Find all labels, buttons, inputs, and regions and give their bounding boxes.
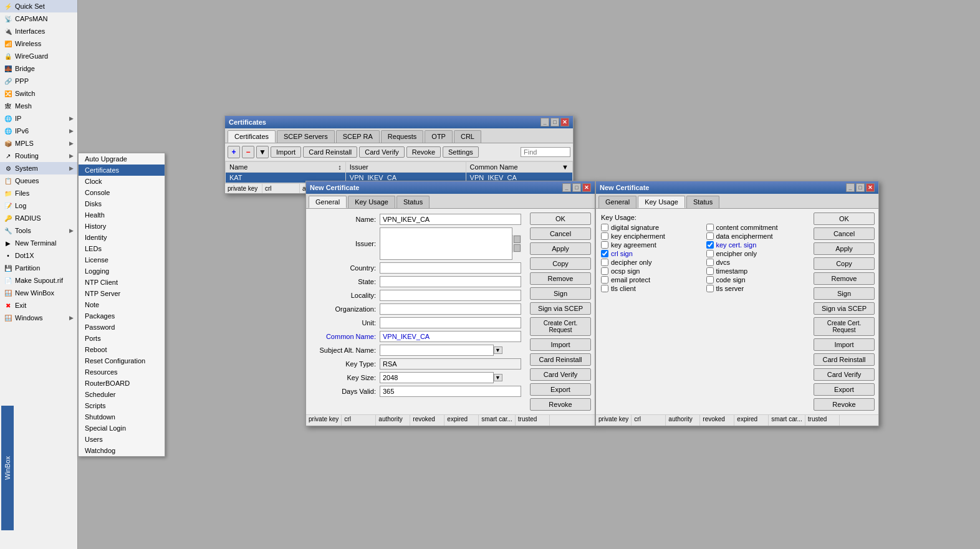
sidebar-item-ip[interactable]: 🌐 IP ▶ [0,112,77,125]
submenu-clock[interactable]: Clock [79,176,165,187]
submenu-disks[interactable]: Disks [79,198,165,209]
settings-button[interactable]: Settings [443,146,479,158]
submenu-special-login[interactable]: Special Login [79,422,165,434]
submenu-users[interactable]: Users [79,434,165,445]
nc2-card-verify-button[interactable]: Card Verify [814,368,875,381]
nc2-close[interactable]: ✕ [866,183,875,192]
tab-scep-servers[interactable]: SCEP Servers [277,130,335,143]
sidebar-item-wireless[interactable]: 📶 Wireless [0,37,77,50]
sidebar-item-switch[interactable]: 🔀 Switch [0,87,77,100]
nc1-create-cert-button[interactable]: Create Cert. Request [530,317,591,336]
sidebar-item-queues[interactable]: 📋 Queues [0,174,77,187]
col-name[interactable]: Name ↕ [226,162,346,173]
sidebar-item-ipv6[interactable]: 🌐 IPv6 ▶ [0,125,77,137]
subject-alt-dropdown[interactable]: ▼ [494,346,502,354]
sidebar-item-capsman[interactable]: 📡 CAPsMAN [0,12,77,25]
submenu-logging[interactable]: Logging [79,265,165,277]
nc1-sign-button[interactable]: Sign [530,287,591,300]
sidebar-item-exit[interactable]: ✖ Exit [0,299,77,312]
submenu-password[interactable]: Password [79,322,165,333]
new-cert-1-titlebar[interactable]: New Certificate _ □ ✕ [306,181,595,194]
nc2-cancel-button[interactable]: Cancel [814,227,875,240]
nc2-apply-button[interactable]: Apply [814,242,875,255]
nc1-card-verify-button[interactable]: Card Verify [530,368,591,381]
sidebar-item-new-terminal[interactable]: ▶ New Terminal [0,237,77,249]
cb-tls-client[interactable] [601,285,608,292]
submenu-history[interactable]: History [79,221,165,232]
import-button[interactable]: Import [271,146,301,158]
nc1-cancel-button[interactable]: Cancel [530,227,591,240]
sidebar-item-tools[interactable]: 🔧 Tools ▶ [0,224,77,237]
input-country[interactable] [380,262,521,274]
maximize-button[interactable]: □ [550,118,559,127]
sidebar-item-routing[interactable]: ↗ Routing ▶ [0,150,77,162]
cb-encipher-only[interactable] [706,250,714,257]
sidebar-item-quickset[interactable]: ⚡ Quick Set [0,0,77,12]
sidebar-item-make-supout[interactable]: 📄 Make Supout.rif [0,274,77,287]
tab-certificates[interactable]: Certificates [228,130,276,143]
new-cert-2-titlebar[interactable]: New Certificate _ □ ✕ [596,181,878,194]
cb-code-sign[interactable] [706,276,714,284]
nc2-tab-general[interactable]: General [598,196,637,208]
tab-otp[interactable]: OTP [425,130,453,143]
submenu-resources[interactable]: Resources [79,366,165,378]
submenu-leds[interactable]: LEDs [79,243,165,254]
nc1-card-reinstall-button[interactable]: Card Reinstall [530,353,591,366]
find-input[interactable] [521,147,570,157]
input-organization[interactable] [380,303,521,315]
cb-crl-sign[interactable] [601,250,608,257]
nc1-copy-button[interactable]: Copy [530,257,591,270]
sidebar-item-bridge[interactable]: 🌉 Bridge [0,62,77,75]
input-unit[interactable] [380,317,521,328]
submenu-ntp-server[interactable]: NTP Server [79,288,165,299]
card-verify-button[interactable]: Card Verify [359,146,404,158]
sidebar-item-mpls[interactable]: 📦 MPLS ▶ [0,137,77,150]
nc2-sign-button[interactable]: Sign [814,287,875,300]
certificates-titlebar[interactable]: Certificates _ □ ✕ [225,116,573,128]
card-reinstall-button[interactable]: Card Reinstall [303,146,357,158]
input-state[interactable] [380,276,521,287]
sidebar-item-radius[interactable]: 🔑 RADIUS [0,212,77,224]
submenu-note[interactable]: Note [79,299,165,310]
sidebar-item-dot1x[interactable]: • Dot1X [0,249,77,262]
cb-content-commitment[interactable] [706,224,714,231]
tab-scep-ra[interactable]: SCEP RA [336,130,380,143]
cb-decipher-only[interactable] [601,259,608,266]
sidebar-item-ppp[interactable]: 🔗 PPP [0,75,77,87]
filter-button[interactable]: ▼ [256,146,269,158]
submenu-certificates[interactable]: Certificates [79,165,165,176]
nc1-remove-button[interactable]: Remove [530,272,591,285]
cb-email-protect[interactable] [601,276,608,284]
tab-requests[interactable]: Requests [381,130,423,143]
nc2-revoke-button[interactable]: Revoke [814,398,875,411]
sidebar-item-files[interactable]: 📁 Files [0,187,77,199]
submenu-routerboard[interactable]: RouterBOARD [79,378,165,389]
nc2-minimize[interactable]: _ [846,183,855,192]
nc1-close[interactable]: ✕ [582,183,591,192]
issuer-scrollbar[interactable] [512,235,521,252]
submenu-identity[interactable]: Identity [79,232,165,243]
nc1-tab-general[interactable]: General [309,196,347,208]
nc2-card-reinstall-button[interactable]: Card Reinstall [814,353,875,366]
input-issuer[interactable] [380,227,512,260]
nc2-sign-scep-button[interactable]: Sign via SCEP [814,302,875,315]
cb-data-encipherment[interactable] [706,232,714,240]
submenu-packages[interactable]: Packages [79,310,165,322]
nc1-revoke-button[interactable]: Revoke [530,398,591,411]
nc1-minimize[interactable]: _ [562,183,571,192]
sidebar-item-windows[interactable]: 🪟 Windows ▶ [0,312,77,324]
cb-key-cert-sign[interactable] [706,241,714,249]
cb-dvcs[interactable] [706,259,714,266]
submenu-health[interactable]: Health [79,209,165,221]
nc2-maximize[interactable]: □ [856,183,865,192]
nc2-tab-status[interactable]: Status [686,196,719,208]
col-common-name[interactable]: Common Name ▼ [466,162,572,173]
cb-tls-server[interactable] [706,285,714,292]
nc1-sign-scep-button[interactable]: Sign via SCEP [530,302,591,315]
submenu-shutdown[interactable]: Shutdown [79,411,165,422]
sidebar-item-partition[interactable]: 💾 Partition [0,262,77,274]
submenu-reset-config[interactable]: Reset Configuration [79,355,165,366]
nc2-create-cert-button[interactable]: Create Cert. Request [814,317,875,336]
add-button[interactable]: + [228,146,240,158]
input-common-name[interactable] [380,331,521,342]
